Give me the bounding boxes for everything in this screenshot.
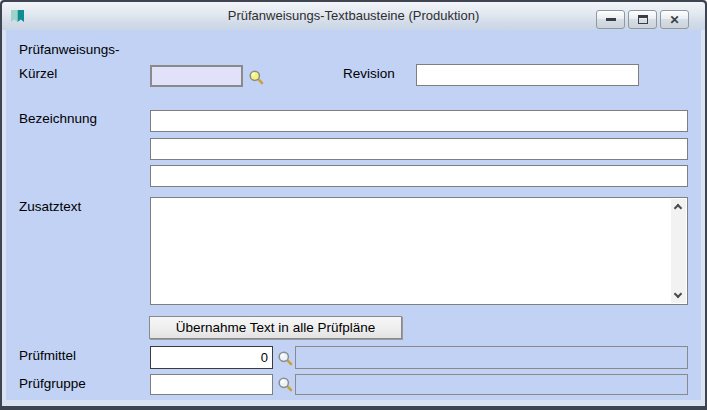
bezeichnung-input-2[interactable] [150,138,688,160]
pruefmittel-input[interactable] [150,346,273,369]
pruefmittel-label: Prüfmittel [19,348,76,363]
transfer-text-button[interactable]: Übernahme Text in alle Prüfpläne [149,316,402,339]
zusatztext-scrollbar[interactable] [671,199,686,303]
pruefgruppe-label: Prüfgruppe [19,376,86,391]
titlebar[interactable]: Prüfanweisungs-Textbausteine (Produktion… [2,2,705,30]
maximize-icon [638,15,648,24]
close-icon: ✕ [669,14,679,26]
kuerzel-input[interactable] [150,65,243,87]
pruefgruppe-description [295,374,688,395]
pruefgruppe-input[interactable] [150,374,273,395]
zusatztext-input[interactable] [151,198,671,304]
kuerzel-label-line2: Kürzel [19,66,57,81]
revision-input[interactable] [416,64,639,86]
maximize-button[interactable] [628,10,657,29]
window-controls: ✕ [596,10,689,29]
pruefmittel-lookup-icon[interactable] [277,350,293,366]
minimize-icon [606,18,616,21]
revision-label: Revision [343,66,395,81]
scroll-up-icon[interactable] [674,204,682,212]
dialog-window: Prüfanweisungs-Textbausteine (Produktion… [0,0,707,410]
minimize-button[interactable] [596,10,625,29]
pruefgruppe-lookup-icon[interactable] [277,376,293,392]
pruefmittel-description [295,346,688,369]
bezeichnung-input-1[interactable] [150,110,688,132]
kuerzel-label-line1: Prüfanweisungs- [19,42,120,57]
close-button[interactable]: ✕ [660,10,689,29]
form-area: Prüfanweisungs- Kürzel Revision Bezeichn… [6,30,701,400]
bezeichnung-input-3[interactable] [150,165,688,187]
zusatztext-label: Zusatztext [19,199,81,214]
scroll-down-icon[interactable] [674,290,682,298]
zusatztext-box [150,197,688,305]
bezeichnung-label: Bezeichnung [19,111,97,126]
kuerzel-lookup-icon[interactable] [248,69,264,85]
